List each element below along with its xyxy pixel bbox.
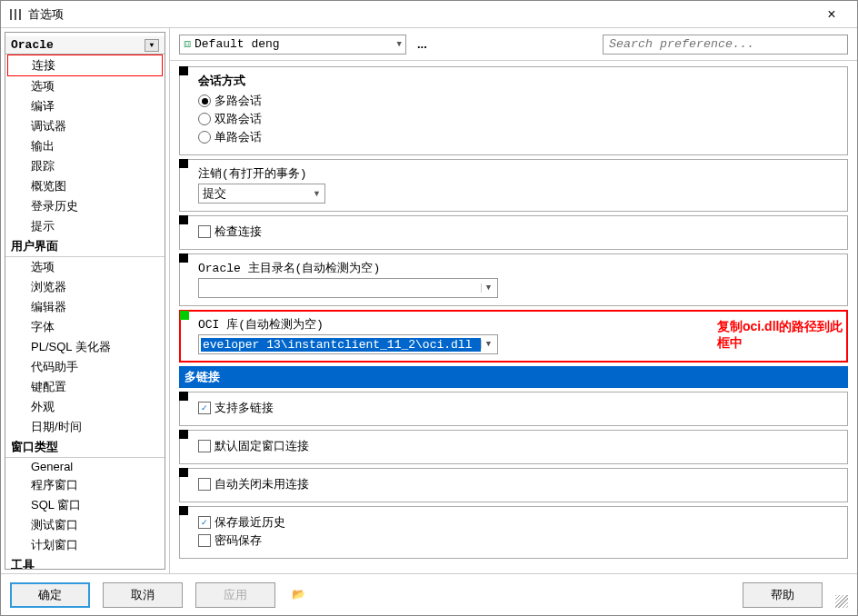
radio-dual-session[interactable]: 双路会话 xyxy=(198,111,840,127)
tree-item-trace[interactable]: 跟踪 xyxy=(5,156,165,176)
tree-item-key-config[interactable]: 键配置 xyxy=(5,377,165,397)
check-multi-support[interactable]: 支持多链接 xyxy=(198,400,840,416)
tree-item-hints[interactable]: 提示 xyxy=(5,216,165,236)
checkbox-icon xyxy=(198,402,211,414)
tree-item-sql-win[interactable]: SQL 窗口 xyxy=(5,495,165,515)
apply-button[interactable]: 应用 xyxy=(195,582,275,608)
check-default-pinned[interactable]: 默认固定窗口连接 xyxy=(198,438,840,454)
radio-multi-session[interactable]: 多路会话 xyxy=(198,93,840,109)
preset-value: Default deng xyxy=(195,37,280,51)
cube-icon: ⧈ xyxy=(184,37,191,51)
check-save-history[interactable]: 保存最近历史 xyxy=(198,514,840,531)
svg-rect-2 xyxy=(19,9,21,20)
section-title: 注销(有打开的事务) xyxy=(198,165,840,182)
section-homedir: Oracle 主目录名(自动检测为空) ▼ xyxy=(179,253,848,306)
marker-icon xyxy=(179,506,188,515)
tree-item-debugger[interactable]: 调试器 xyxy=(5,116,165,136)
titlebar: 首选项 × xyxy=(1,1,857,28)
oci-path-combo[interactable]: eveloper 13\instantclient_11_2\oci.dll▼ xyxy=(198,334,498,354)
tree-cat-wintype[interactable]: 窗口类型 xyxy=(5,437,165,458)
close-button[interactable]: × xyxy=(813,6,850,23)
marker-icon xyxy=(179,253,188,263)
section-logout: 注销(有打开的事务) 提交▼ xyxy=(179,159,848,212)
annotation: 复制oci.dll的路径到此框中 xyxy=(717,319,846,352)
tree-item-ui-options[interactable]: 选项 xyxy=(5,257,165,277)
marker-icon xyxy=(179,66,188,75)
chevron-down-icon[interactable]: ▼ xyxy=(145,39,159,52)
tree-item-options[interactable]: 选项 xyxy=(5,76,165,96)
ok-button[interactable]: 确定 xyxy=(10,582,90,608)
main-panel: ⧈ Default deng ▼ ... 会话方式 多路会话 双路会话 单路会话… xyxy=(170,28,857,573)
checkbox-icon xyxy=(198,534,211,547)
tree-item-compile[interactable]: 编译 xyxy=(5,96,165,116)
tree-item-test-win[interactable]: 测试窗口 xyxy=(5,515,165,535)
tree-item-general[interactable]: General xyxy=(5,458,165,475)
section-title: Oracle 主目录名(自动检测为空) xyxy=(198,260,840,276)
svg-rect-0 xyxy=(10,9,12,20)
sidebar: Oracle▼ 连接 选项 编译 调试器 输出 跟踪 概览图 登录历史 提示 用… xyxy=(1,28,170,573)
checkbox-icon xyxy=(198,516,211,529)
tree-item-browser[interactable]: 浏览器 xyxy=(5,277,165,297)
marker-icon xyxy=(180,311,189,320)
window-title: 首选项 xyxy=(28,6,813,23)
preference-tree[interactable]: Oracle▼ 连接 选项 编译 调试器 输出 跟踪 概览图 登录历史 提示 用… xyxy=(5,32,165,570)
marker-icon xyxy=(179,430,188,439)
section-session: 会话方式 多路会话 双路会话 单路会话 xyxy=(179,66,848,155)
tree-item-output[interactable]: 输出 xyxy=(5,136,165,156)
folder-icon[interactable]: 📂 xyxy=(292,588,306,602)
tree-item-plan-win[interactable]: 计划窗口 xyxy=(5,535,165,555)
tree-item-datetime[interactable]: 日期/时间 xyxy=(5,417,165,437)
section-header-multi: 多链接 xyxy=(179,366,848,388)
section-oci: OCI 库(自动检测为空) eveloper 13\instantclient_… xyxy=(179,310,848,363)
tree-cat-ui[interactable]: 用户界面 xyxy=(5,236,165,257)
tree-item-overview[interactable]: 概览图 xyxy=(5,176,165,196)
tree-cat-tools[interactable]: 工具 xyxy=(5,555,165,570)
chevron-down-icon: ▼ xyxy=(397,40,402,49)
marker-icon xyxy=(179,159,188,168)
chevron-down-icon: ▼ xyxy=(313,189,321,198)
section-multi-support: 支持多链接 xyxy=(179,392,848,426)
tree-item-connection[interactable]: 连接 xyxy=(7,55,163,76)
tree-item-code-assist[interactable]: 代码助手 xyxy=(5,357,165,377)
check-auto-close[interactable]: 自动关闭未用连接 xyxy=(198,476,840,492)
preset-combo[interactable]: ⧈ Default deng ▼ xyxy=(179,35,406,55)
body: Oracle▼ 连接 选项 编译 调试器 输出 跟踪 概览图 登录历史 提示 用… xyxy=(1,28,857,573)
footer: 确定 取消 应用 📂 帮助 xyxy=(1,573,857,615)
checkbox-icon xyxy=(198,225,211,238)
section-save-history: 保存最近历史 密码保存 xyxy=(179,506,848,559)
check-connection[interactable]: 检查连接 xyxy=(198,224,840,240)
help-button[interactable]: 帮助 xyxy=(743,582,823,608)
content: 会话方式 多路会话 双路会话 单路会话 注销(有打开的事务) 提交▼ 检查连接 … xyxy=(170,61,857,573)
radio-icon xyxy=(198,113,211,125)
checkbox-icon xyxy=(198,478,211,491)
tree-item-beautifier[interactable]: PL/SQL 美化器 xyxy=(5,337,165,357)
tree-item-appearance[interactable]: 外观 xyxy=(5,397,165,417)
tree-item-login-history[interactable]: 登录历史 xyxy=(5,196,165,216)
search-input[interactable] xyxy=(603,35,848,55)
tree-cat-oracle[interactable]: Oracle▼ xyxy=(5,36,165,55)
marker-icon xyxy=(179,215,188,224)
logout-select[interactable]: 提交▼ xyxy=(198,184,325,204)
toolbar: ⧈ Default deng ▼ ... xyxy=(170,28,857,61)
section-auto-close: 自动关闭未用连接 xyxy=(179,468,848,502)
app-icon xyxy=(8,7,23,22)
radio-single-session[interactable]: 单路会话 xyxy=(198,129,840,145)
svg-rect-1 xyxy=(15,9,16,20)
tree-item-fonts[interactable]: 字体 xyxy=(5,317,165,337)
checkbox-icon xyxy=(198,440,211,452)
chevron-down-icon: ▼ xyxy=(481,340,495,349)
tree-item-editor[interactable]: 编辑器 xyxy=(5,297,165,317)
radio-icon xyxy=(198,94,211,107)
section-default-pinned: 默认固定窗口连接 xyxy=(179,430,848,464)
resize-handle[interactable] xyxy=(835,595,848,608)
cancel-button[interactable]: 取消 xyxy=(103,582,183,608)
more-button[interactable]: ... xyxy=(414,37,431,51)
marker-icon xyxy=(179,392,188,401)
radio-icon xyxy=(198,131,211,144)
check-save-password[interactable]: 密码保存 xyxy=(198,532,840,549)
homedir-combo[interactable]: ▼ xyxy=(198,278,498,298)
tree-item-program-win[interactable]: 程序窗口 xyxy=(5,475,165,495)
section-check-conn: 检查连接 xyxy=(179,215,848,250)
marker-icon xyxy=(179,468,188,477)
section-title: 会话方式 xyxy=(198,73,840,89)
